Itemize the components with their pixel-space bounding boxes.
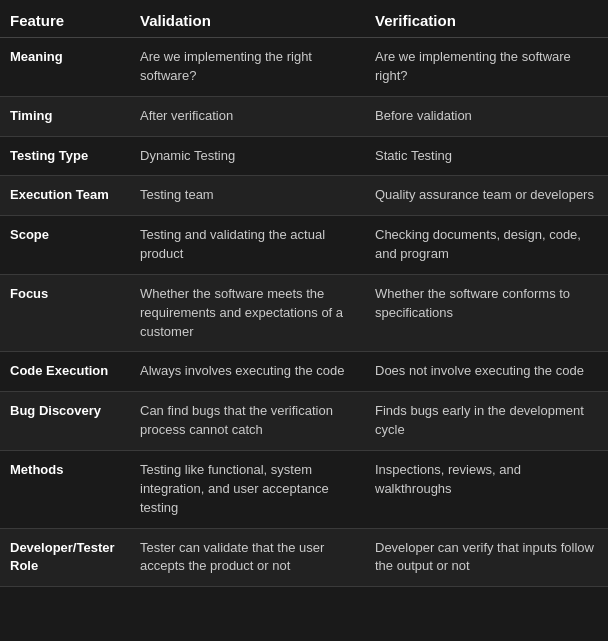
validation-cell: Tester can validate that the user accept… xyxy=(130,528,365,587)
feature-cell: Timing xyxy=(0,96,130,136)
verification-cell: Static Testing xyxy=(365,136,608,176)
header-verification: Verification xyxy=(365,0,608,38)
table-row: MeaningAre we implementing the right sof… xyxy=(0,38,608,97)
validation-cell: Dynamic Testing xyxy=(130,136,365,176)
verification-cell: Quality assurance team or developers xyxy=(365,176,608,216)
feature-cell: Focus xyxy=(0,274,130,352)
validation-cell: Can find bugs that the verification proc… xyxy=(130,392,365,451)
feature-cell: Scope xyxy=(0,216,130,275)
verification-cell: Does not involve executing the code xyxy=(365,352,608,392)
verification-cell: Before validation xyxy=(365,96,608,136)
verification-cell: Are we implementing the software right? xyxy=(365,38,608,97)
verification-cell: Inspections, reviews, and walkthroughs xyxy=(365,450,608,528)
table-row: FocusWhether the software meets the requ… xyxy=(0,274,608,352)
feature-cell: Code Execution xyxy=(0,352,130,392)
validation-cell: Testing team xyxy=(130,176,365,216)
feature-cell: Execution Team xyxy=(0,176,130,216)
table-row: TimingAfter verificationBefore validatio… xyxy=(0,96,608,136)
validation-cell: Testing and validating the actual produc… xyxy=(130,216,365,275)
validation-cell: Always involves executing the code xyxy=(130,352,365,392)
table-row: ScopeTesting and validating the actual p… xyxy=(0,216,608,275)
header-validation: Validation xyxy=(130,0,365,38)
table-row: MethodsTesting like functional, system i… xyxy=(0,450,608,528)
table-row: Developer/Tester RoleTester can validate… xyxy=(0,528,608,587)
comparison-table: Feature Validation Verification MeaningA… xyxy=(0,0,608,587)
table-row: Bug DiscoveryCan find bugs that the veri… xyxy=(0,392,608,451)
feature-cell: Meaning xyxy=(0,38,130,97)
validation-cell: Are we implementing the right software? xyxy=(130,38,365,97)
verification-cell: Finds bugs early in the development cycl… xyxy=(365,392,608,451)
verification-cell: Whether the software conforms to specifi… xyxy=(365,274,608,352)
verification-cell: Developer can verify that inputs follow … xyxy=(365,528,608,587)
verification-cell: Checking documents, design, code, and pr… xyxy=(365,216,608,275)
table-row: Testing TypeDynamic TestingStatic Testin… xyxy=(0,136,608,176)
table-row: Execution TeamTesting teamQuality assura… xyxy=(0,176,608,216)
validation-cell: Testing like functional, system integrat… xyxy=(130,450,365,528)
feature-cell: Testing Type xyxy=(0,136,130,176)
table-row: Code ExecutionAlways involves executing … xyxy=(0,352,608,392)
feature-cell: Bug Discovery xyxy=(0,392,130,451)
feature-cell: Methods xyxy=(0,450,130,528)
validation-cell: After verification xyxy=(130,96,365,136)
header-feature: Feature xyxy=(0,0,130,38)
validation-cell: Whether the software meets the requireme… xyxy=(130,274,365,352)
feature-cell: Developer/Tester Role xyxy=(0,528,130,587)
